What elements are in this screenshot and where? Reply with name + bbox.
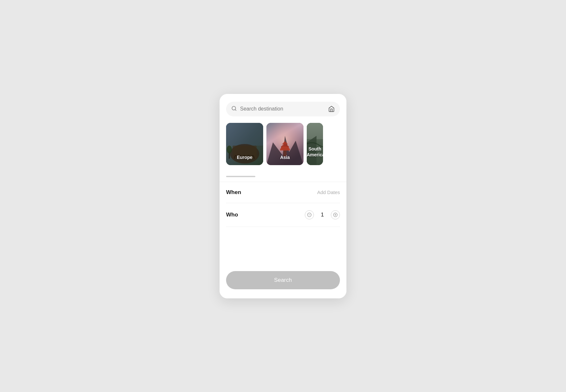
form-section: When Add Dates Who 1	[220, 182, 346, 227]
phone-card: Europe	[220, 94, 346, 298]
content-spacer	[220, 227, 346, 266]
search-icon	[231, 106, 237, 112]
search-button[interactable]: Search	[226, 271, 340, 289]
top-section: Europe	[220, 94, 346, 172]
increase-guest-button[interactable]	[331, 210, 340, 219]
guest-count: 1	[319, 212, 326, 218]
scroll-bar	[226, 176, 255, 177]
who-row: Who 1	[226, 203, 340, 227]
svg-point-7	[227, 146, 232, 153]
search-bar[interactable]	[226, 102, 340, 116]
svg-rect-3	[226, 123, 263, 146]
destination-card-asia[interactable]: Asia	[266, 123, 303, 165]
svg-line-1	[235, 109, 236, 110]
svg-rect-18	[307, 123, 323, 139]
destination-card-south-america[interactable]: SouthAmerica	[307, 123, 323, 165]
search-input[interactable]	[240, 106, 328, 112]
who-label: Who	[226, 212, 238, 218]
destination-card-europe[interactable]: Europe	[226, 123, 263, 165]
add-dates-button[interactable]: Add Dates	[317, 189, 340, 195]
guest-counter: 1	[305, 210, 340, 219]
search-button-container: Search	[220, 266, 346, 298]
when-row: When Add Dates	[226, 182, 340, 203]
when-label: When	[226, 189, 241, 196]
scroll-indicator	[220, 172, 346, 182]
asia-label: Asia	[266, 154, 303, 160]
home-button[interactable]	[328, 106, 335, 112]
south-america-label: SouthAmerica	[307, 146, 323, 158]
decrease-guest-button[interactable]	[305, 210, 314, 219]
europe-label: Europe	[226, 154, 263, 160]
destinations-row: Europe	[226, 123, 340, 165]
bottom-section: When Add Dates Who 1	[220, 182, 346, 298]
